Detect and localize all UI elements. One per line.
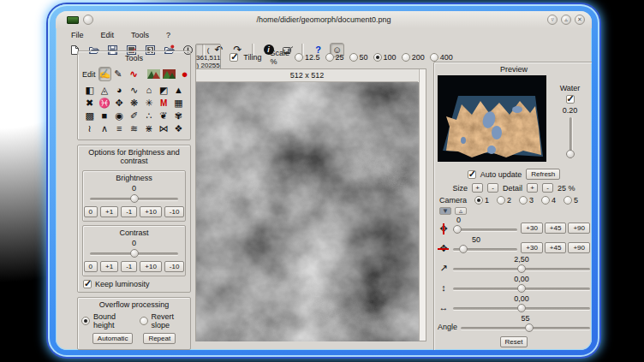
keep-luminosity-checkbox[interactable] bbox=[83, 280, 92, 288]
tool-grid-icon[interactable]: ▲ bbox=[174, 84, 183, 97]
tool-grid-icon[interactable]: ◕ bbox=[116, 84, 122, 97]
rotate-y-slider[interactable] bbox=[453, 224, 517, 234]
size-detail-row: Size + - Detail + - 25 % bbox=[438, 183, 590, 193]
maximize-button[interactable]: ▵ bbox=[561, 15, 571, 25]
rotate-y-30-button[interactable]: +30 bbox=[521, 223, 543, 234]
contrast-m1-button[interactable]: -1 bbox=[121, 261, 137, 272]
camera-option-4[interactable]: 4 bbox=[541, 196, 556, 205]
repeat-button[interactable]: Repeat bbox=[143, 333, 176, 344]
refresh-button[interactable]: Refresh bbox=[526, 169, 560, 180]
tool-grid-icon[interactable]: ▩ bbox=[85, 110, 93, 122]
size-plus-button[interactable]: + bbox=[472, 183, 483, 193]
rotate-x-30-button[interactable]: +30 bbox=[521, 242, 543, 253]
tool-grid-icon[interactable]: ≡ bbox=[116, 122, 122, 135]
camera-option-2[interactable]: 2 bbox=[497, 196, 511, 205]
water-checkbox[interactable] bbox=[566, 95, 575, 104]
scale-option-400[interactable]: 400 bbox=[430, 53, 453, 62]
contrast-0-button[interactable]: 0 bbox=[84, 261, 98, 272]
tool-grid-icon[interactable]: ❦ bbox=[159, 110, 167, 122]
tool-grid-icon[interactable]: ❋ bbox=[130, 97, 138, 110]
angle-slider[interactable] bbox=[461, 323, 590, 333]
scale-option-100[interactable]: 100 bbox=[373, 53, 397, 62]
brightness-m10-button[interactable]: -10 bbox=[164, 206, 185, 217]
detail-plus-button[interactable]: + bbox=[527, 183, 538, 193]
pan-horizontal-slider[interactable] bbox=[453, 303, 590, 313]
tool-grid-icon[interactable]: ✾ bbox=[175, 110, 182, 122]
contrast-p1-button[interactable]: +1 bbox=[100, 261, 118, 272]
terrain-tool-icon[interactable] bbox=[147, 68, 160, 80]
menu-help[interactable]: ? bbox=[166, 31, 170, 39]
raise-view-button[interactable]: ▵ bbox=[455, 207, 467, 215]
detail-minus-button[interactable]: - bbox=[542, 183, 553, 193]
tiling-checkbox[interactable] bbox=[230, 53, 238, 62]
preview-reset-button[interactable]: Reset bbox=[500, 336, 528, 347]
rotate-x-45-button[interactable]: +45 bbox=[545, 242, 567, 253]
brightness-0-button[interactable]: 0 bbox=[84, 206, 98, 217]
rotate-y-45-button[interactable]: +45 bbox=[545, 223, 567, 234]
close-button[interactable]: ✕ bbox=[575, 15, 585, 25]
draw-tool-button[interactable]: ✍ bbox=[98, 67, 112, 81]
record-icon[interactable]: ● bbox=[182, 68, 188, 80]
minimize-button[interactable]: ▿ bbox=[547, 15, 558, 25]
automatic-button[interactable]: Automatic bbox=[92, 333, 134, 344]
camera-option-5[interactable]: 5 bbox=[564, 196, 578, 205]
scale-slider[interactable] bbox=[453, 264, 590, 274]
tool-grid-icon[interactable]: ◬ bbox=[101, 84, 108, 97]
contrast-p10-button[interactable]: +10 bbox=[140, 261, 162, 272]
revert-slope-radio[interactable] bbox=[140, 317, 148, 325]
menu-edit[interactable]: Edit bbox=[101, 31, 115, 39]
lower-view-button[interactable]: ▼ bbox=[439, 207, 451, 215]
scale-option-50[interactable]: 50 bbox=[349, 53, 368, 62]
tool-grid-icon[interactable]: M bbox=[160, 97, 167, 110]
terrain-tool-2-icon[interactable] bbox=[163, 68, 176, 80]
tool-grid-icon[interactable]: ✐ bbox=[130, 110, 138, 122]
tool-grid-icon[interactable]: ✥ bbox=[116, 97, 123, 110]
tool-grid-icon[interactable]: ◩ bbox=[159, 84, 168, 97]
tool-grid-icon[interactable]: ⌂ bbox=[146, 84, 152, 97]
brightness-m1-button[interactable]: -1 bbox=[121, 206, 137, 217]
heightmap-canvas[interactable] bbox=[196, 82, 419, 345]
water-level-slider[interactable] bbox=[565, 117, 575, 158]
tool-grid-icon[interactable]: ❖ bbox=[174, 122, 182, 135]
brightness-p10-button[interactable]: +10 bbox=[140, 206, 162, 217]
tool-grid-icon[interactable]: ⋈ bbox=[159, 122, 169, 135]
camera-option-3[interactable]: 3 bbox=[519, 196, 534, 205]
tool-grid-icon[interactable]: ≋ bbox=[130, 122, 138, 135]
tool-grid-icon[interactable]: ◉ bbox=[115, 110, 123, 122]
tool-grid-icon[interactable]: ⋇ bbox=[145, 122, 152, 135]
contrast-m10-button[interactable]: -10 bbox=[164, 261, 185, 272]
brightness-slider[interactable] bbox=[90, 193, 178, 204]
tool-grid-icon[interactable]: ✳ bbox=[145, 97, 152, 110]
terrain-3d-view[interactable] bbox=[438, 75, 546, 165]
tool-grid-icon[interactable]: ✖ bbox=[86, 97, 93, 110]
canvas-scrollbar[interactable] bbox=[419, 69, 426, 341]
rotate-x-90-button[interactable]: +90 bbox=[568, 242, 590, 253]
size-minus-button[interactable]: - bbox=[487, 183, 498, 193]
rotate-x-slider[interactable] bbox=[453, 244, 517, 254]
tool-grid-icon[interactable]: ◧ bbox=[85, 84, 93, 97]
camera-option-1[interactable]: 1 bbox=[474, 196, 489, 205]
brightness-p1-button[interactable]: +1 bbox=[100, 206, 118, 217]
scale-option-200[interactable]: 200 bbox=[402, 53, 425, 62]
scale-option-25[interactable]: 25 bbox=[325, 53, 344, 62]
tool-grid-icon[interactable]: ■ bbox=[102, 110, 108, 122]
tool-grid-icon[interactable]: ∧ bbox=[101, 122, 108, 135]
tool-grid-icon[interactable]: ∿ bbox=[130, 84, 138, 97]
fractal-wave-icon[interactable]: ∿ bbox=[129, 68, 137, 80]
tool-grid-icon[interactable]: ▦ bbox=[174, 97, 182, 110]
coordinates-field: ( 361,511 ) 20255 bbox=[195, 44, 221, 72]
pan-vertical-slider[interactable] bbox=[453, 283, 590, 294]
window-content: /home/didier/geomorph/document0.png ▿ ▵ … bbox=[56, 11, 592, 350]
pencil-tool-icon[interactable]: ✎ bbox=[114, 68, 122, 80]
menu-tools[interactable]: Tools bbox=[131, 31, 149, 39]
contrast-slider[interactable] bbox=[90, 248, 178, 258]
tool-grid-icon[interactable]: ♓ bbox=[98, 97, 110, 110]
auto-update-checkbox[interactable] bbox=[468, 170, 476, 179]
tool-grid-icon[interactable]: ≀ bbox=[88, 122, 92, 135]
rotate-y-90-button[interactable]: +90 bbox=[568, 223, 590, 234]
tool-grid-icon[interactable]: ∴ bbox=[146, 110, 152, 122]
scale-diagonal-icon: ↗ bbox=[438, 263, 450, 274]
bound-height-radio[interactable] bbox=[81, 317, 90, 325]
scale-option-12.5[interactable]: 12.5 bbox=[295, 53, 320, 62]
menu-file[interactable]: File bbox=[71, 31, 84, 39]
